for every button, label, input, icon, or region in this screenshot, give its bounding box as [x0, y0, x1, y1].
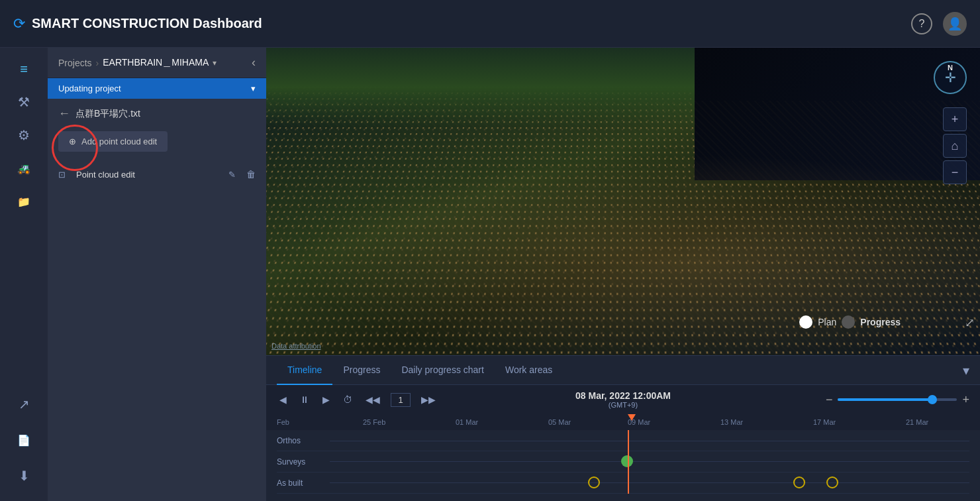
- projects-label[interactable]: Projects: [58, 58, 92, 68]
- avatar[interactable]: 👤: [943, 12, 967, 36]
- tab-work-areas[interactable]: Work areas: [495, 356, 563, 385]
- tab-timeline[interactable]: Timeline: [277, 356, 332, 385]
- sidebar-item-doc[interactable]: 📄: [9, 425, 38, 455]
- map-controls: + ⌂ −: [943, 107, 967, 184]
- north-compass: ✛ N: [934, 61, 967, 94]
- breadcrumb-separator: ›: [96, 58, 99, 68]
- updating-dropdown-icon: ▾: [251, 84, 256, 93]
- date-label-13mar: 13 Mar: [720, 418, 743, 426]
- sidebar-item-layers[interactable]: ≡: [9, 54, 38, 84]
- datetime-display: 08 Mar, 2022 12:00AM (GMT+9): [575, 390, 671, 409]
- progress-label[interactable]: Progress: [860, 317, 901, 327]
- date-label-05mar: 05 Mar: [548, 418, 571, 426]
- machine-icon: 🚜: [17, 162, 30, 175]
- sidebar-item-tools[interactable]: ⚒: [9, 87, 38, 117]
- date-label-25feb: 25 Feb: [363, 418, 385, 426]
- clock-button[interactable]: ⏱: [340, 393, 355, 406]
- panel-content: ← 点群B平場穴.txt ⊕ Add point cloud edit ⊡ Po…: [48, 99, 266, 501]
- date-label-17mar: 17 Mar: [813, 418, 836, 426]
- add-button-container: ⊕ Add point cloud edit: [58, 131, 256, 152]
- data-attribution[interactable]: Data attribution: [271, 342, 321, 350]
- tab-progress-label: Progress: [343, 364, 380, 375]
- files-icon: 📁: [17, 195, 30, 208]
- compass-n-label: N: [948, 64, 953, 72]
- export-icon: ↗: [19, 396, 30, 412]
- prev-fast-button[interactable]: ◀◀: [363, 393, 383, 406]
- plan-label[interactable]: Plan: [818, 317, 836, 327]
- surveys-dot-green[interactable]: [621, 455, 633, 467]
- zoom-out-icon: −: [952, 166, 959, 180]
- tab-work-areas-label: Work areas: [505, 364, 552, 375]
- expand-button[interactable]: ⤢: [965, 315, 975, 330]
- zoom-minus-icon[interactable]: −: [826, 393, 833, 407]
- project-dropdown-icon[interactable]: ▾: [213, 58, 217, 68]
- sidebar-item-settings[interactable]: ⚙: [9, 121, 38, 150]
- bottom-panel: Timeline Progress Daily progress chart W…: [266, 355, 980, 501]
- playhead-line: [628, 430, 629, 494]
- file-name-label: 点群B平場穴.txt: [75, 108, 140, 120]
- zoom-in-button[interactable]: +: [943, 107, 967, 131]
- pause-button[interactable]: ⏸: [297, 393, 312, 406]
- pce-icon: ⊡: [58, 170, 66, 180]
- sidebar-item-files[interactable]: 📁: [9, 187, 38, 216]
- app-title: SMART CONSTRUCTION Dashboard: [32, 16, 262, 31]
- home-icon: ⌂: [952, 139, 959, 153]
- orthos-timeline-line: [330, 441, 969, 441]
- surveys-timeline-line: [330, 461, 969, 462]
- avatar-icon: 👤: [948, 17, 962, 31]
- collapse-button[interactable]: ‹: [252, 56, 256, 70]
- clock-icon: ⏱: [343, 394, 352, 405]
- as-built-dot-3[interactable]: [826, 476, 838, 488]
- surveys-label: Surveys: [277, 457, 330, 467]
- compass-symbol: ✛: [945, 70, 956, 85]
- download-icon: ⬇: [19, 468, 30, 484]
- play-button[interactable]: ▶: [320, 393, 332, 406]
- date-label-01mar: 01 Mar: [456, 418, 478, 426]
- doc-icon: 📄: [17, 434, 30, 447]
- tab-progress[interactable]: Progress: [332, 356, 391, 385]
- as-built-dot-2[interactable]: [793, 476, 805, 488]
- next-fast-button[interactable]: ▶▶: [418, 393, 438, 406]
- breadcrumb: Projects › EARTHBRAIN＿MIHAMA ▾ ‹: [48, 48, 266, 78]
- project-name[interactable]: EARTHBRAIN＿MIHAMA: [103, 57, 209, 69]
- sidebar-item-download[interactable]: ⬇: [9, 461, 38, 490]
- table-row: Surveys: [277, 451, 969, 473]
- timezone-value: (GMT+9): [575, 401, 671, 409]
- viewport: Data attribution ✛ N + ⌂ − Plan Progress…: [266, 48, 980, 355]
- zoom-track[interactable]: [838, 398, 957, 401]
- sidebar-item-machine[interactable]: 🚜: [9, 154, 38, 183]
- help-button[interactable]: ?: [911, 13, 932, 34]
- tabs-dropdown-icon[interactable]: ▾: [963, 362, 969, 378]
- zoom-plus-icon[interactable]: +: [962, 393, 969, 407]
- add-point-cloud-button[interactable]: ⊕ Add point cloud edit: [58, 131, 168, 152]
- orthos-label: Orthos: [277, 436, 330, 445]
- header-right: ? 👤: [911, 12, 967, 36]
- tab-timeline-label: Timeline: [287, 364, 322, 375]
- tab-daily-progress-chart[interactable]: Daily progress chart: [391, 356, 495, 385]
- zoom-filled: [838, 398, 934, 401]
- pce-label: Point cloud edit: [76, 170, 223, 180]
- home-button[interactable]: ⌂: [943, 134, 967, 158]
- updating-label: Updating project: [58, 84, 246, 93]
- sidebar-item-export[interactable]: ↗: [9, 390, 38, 419]
- point-cloud-edit-row: ⊡ Point cloud edit ✎ 🗑: [58, 165, 256, 184]
- pce-edit-icon[interactable]: ✎: [228, 170, 236, 180]
- table-row: Orthos: [277, 430, 969, 451]
- zoom-out-button[interactable]: −: [943, 160, 967, 184]
- add-button-label: Add point cloud edit: [81, 137, 157, 146]
- date-label-feb: Feb: [277, 418, 289, 426]
- speed-input[interactable]: [391, 393, 411, 407]
- timeline-zoom-controls: − +: [826, 393, 969, 407]
- left-panel: Projects › EARTHBRAIN＿MIHAMA ▾ ‹ Updatin…: [48, 48, 266, 501]
- pce-delete-icon[interactable]: 🗑: [246, 169, 256, 180]
- data-attribution-label: Data attribution: [271, 342, 321, 350]
- as-built-dot-1[interactable]: [588, 476, 600, 488]
- date-label-09mar: 09 Mar: [628, 418, 650, 426]
- prev-button[interactable]: ◀: [277, 393, 289, 406]
- date-label-21mar: 21 Mar: [906, 418, 928, 426]
- updating-project-bar[interactable]: Updating project ▾: [48, 78, 266, 99]
- timeline-controls: ◀ ⏸ ▶ ⏱ ◀◀ ▶▶ 08 Mar, 2022 12:00AM (GMT+…: [266, 385, 980, 414]
- sidebar: ≡ ⚒ ⚙ 🚜 📁 ↗ 📄 ⬇: [0, 48, 48, 501]
- back-row[interactable]: ← 点群B平場穴.txt: [58, 107, 256, 121]
- next-fast-icon: ▶▶: [421, 394, 436, 405]
